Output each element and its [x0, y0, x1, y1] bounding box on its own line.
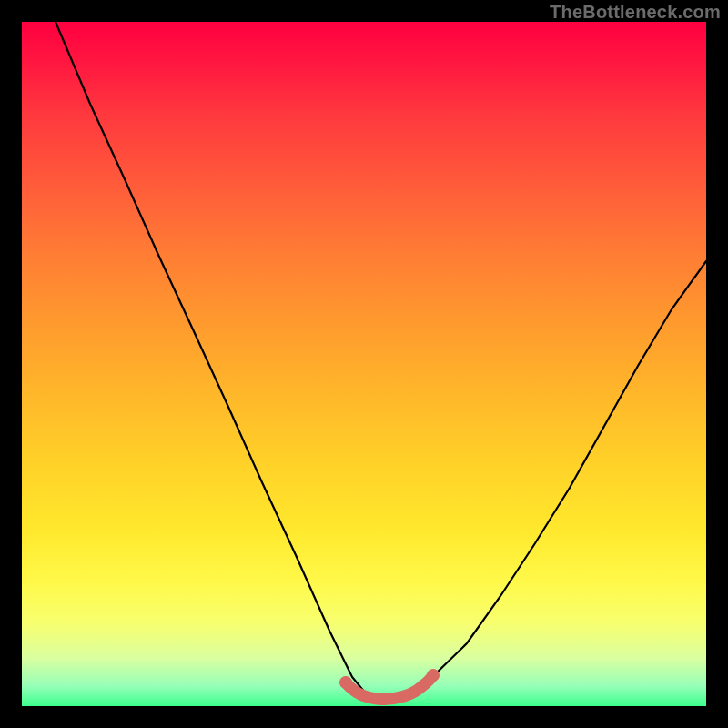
ideal-band-left-cap	[339, 676, 352, 689]
ideal-band-right-cap	[427, 669, 440, 682]
ideal-band-highlight	[346, 675, 433, 700]
bottleneck-curve	[56, 22, 706, 699]
curve-layer	[22, 22, 706, 706]
chart-frame: TheBottleneck.com	[0, 0, 728, 728]
watermark-text: TheBottleneck.com	[550, 2, 721, 23]
plot-area	[22, 22, 706, 706]
